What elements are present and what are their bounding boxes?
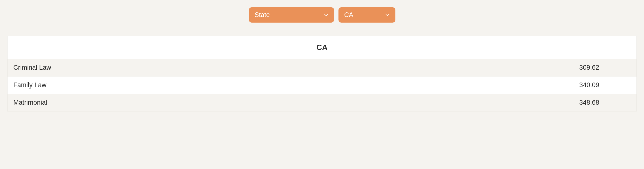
row-value: 340.09 <box>542 76 636 94</box>
category-dropdown[interactable]: State <box>249 7 334 23</box>
row-label: Family Law <box>8 76 542 94</box>
chevron-down-icon <box>324 13 328 17</box>
table-body: Criminal Law309.62Family Law340.09Matrim… <box>7 59 637 111</box>
value-dropdown[interactable]: CA <box>338 7 396 23</box>
row-value: 348.68 <box>542 94 636 111</box>
table-header-row: CA <box>7 36 637 59</box>
row-label: Matrimonial <box>8 94 542 111</box>
table-header: CA <box>7 36 637 59</box>
chevron-down-icon <box>385 13 390 17</box>
filters-bar: State CA <box>7 7 637 23</box>
table-row: Criminal Law309.62 <box>7 59 637 76</box>
row-value: 309.62 <box>542 59 636 76</box>
data-table: CA Criminal Law309.62Family Law340.09Mat… <box>7 36 637 111</box>
category-dropdown-label: State <box>255 11 270 19</box>
row-label: Criminal Law <box>8 59 542 76</box>
table-row: Matrimonial348.68 <box>7 94 637 111</box>
table-row: Family Law340.09 <box>7 76 637 94</box>
value-dropdown-label: CA <box>344 11 354 19</box>
